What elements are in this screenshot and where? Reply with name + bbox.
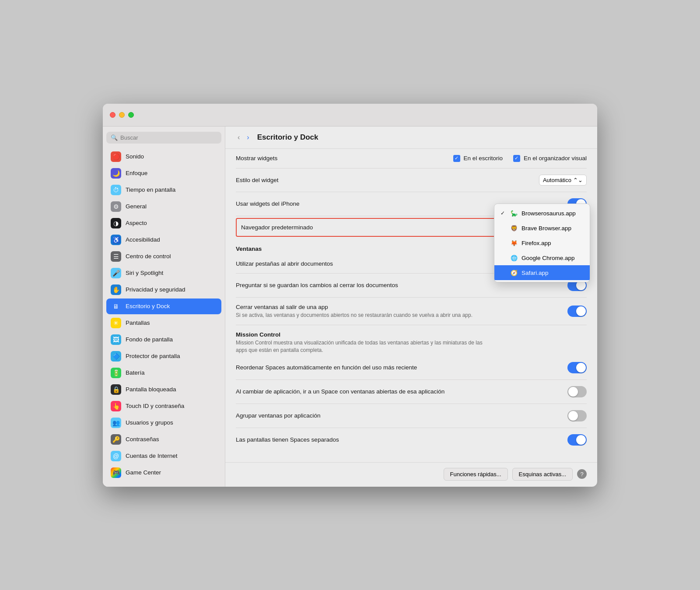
estilo-widget-label: Estilo del widget [236,177,279,183]
en-escritorio-label: En el escritorio [464,155,503,162]
esquinas-activas-button[interactable]: Esquinas activas... [512,468,573,481]
enfoque-icon: 🌙 [111,168,121,179]
browser-safari[interactable]: 🧭 Safari.app [494,265,590,280]
sidebar-label-usuarios: Usuarios y grupos [126,419,173,426]
close-button[interactable] [110,112,116,118]
sidebar-label-touchid: Touch ID y contraseña [126,403,184,409]
sidebar-item-fondo[interactable]: 🖼Fondo de pantalla [106,332,221,348]
browser-chrome[interactable]: 🌐 Google Chrome.app [494,250,590,265]
pantallas-spaces-row: Las pantallas tienen Spaces separados [236,428,587,452]
cerrar-ventanas-sub: Si se activa, las ventanas y documentos … [236,312,490,319]
minimize-button[interactable] [119,112,125,118]
browser-brave[interactable]: 🦁 Brave Browser.app [494,221,590,235]
browserosaurus-icon: 🦕 [510,209,518,217]
fondo-icon: 🖼 [111,334,121,345]
sidebar-item-touchid[interactable]: 👆Touch ID y contraseña [106,398,221,414]
cerrar-ventanas-toggle[interactable] [567,306,587,317]
help-button[interactable]: ? [577,469,587,479]
search-icon: 🔍 [111,134,118,141]
usuarios-icon: 👥 [111,418,121,428]
sidebar-item-escritorio[interactable]: 🖥Escritorio y Dock [106,299,221,314]
sidebar-label-tiempo: Tiempo en pantalla [126,186,175,193]
sidebar-label-gamecenter: Game Center [126,469,161,476]
sidebar-item-privacidad[interactable]: ✋Privacidad y seguridad [106,282,221,298]
sidebar-item-general[interactable]: ⚙General [106,199,221,214]
sidebar-label-privacidad: Privacidad y seguridad [126,286,186,293]
chrome-label: Google Chrome.app [522,255,575,261]
pantallas-spaces-toggle[interactable] [567,434,587,446]
sidebar-label-pantallas: Pantallas [126,320,150,326]
browser-browserosaurus[interactable]: ✓ 🦕 Browserosaurus.app [494,206,590,221]
sidebar-label-protector: Protector de pantalla [126,353,180,359]
sidebar-item-siri[interactable]: 🎤Siri y Spotlight [106,265,221,281]
navegador-predeterminado-row: Navegador predeterminado ✓ 🦕 Browserosau… [236,218,587,237]
sidebar-label-accesibilidad: Accesibilidad [126,236,160,243]
sidebar-item-contrasenas[interactable]: 🔑Contraseñas [106,432,221,447]
contrasenas-icon: 🔑 [111,434,121,445]
sidebar-label-sonido: Sonido [126,153,144,160]
sidebar-item-cuentas[interactable]: @Cuentas de Internet [106,448,221,464]
agrupar-ventanas-toggle[interactable] [567,410,587,421]
sidebar-label-centro: Centro de control [126,253,171,260]
preguntar-guardar-label: Preguntar si se guardan los cambios al c… [236,282,398,288]
sidebar-item-centro[interactable]: ☰Centro de control [106,249,221,264]
main-header: ‹ › Escritorio y Dock [225,126,597,149]
sidebar-label-enfoque: Enfoque [126,170,147,176]
en-organizador-checkbox[interactable]: ✓ [513,155,520,162]
sidebar-item-gamecenter[interactable]: 🎮Game Center [106,465,221,481]
navegador-predeterminado-label: Navegador predeterminado [241,224,313,231]
sidebar-items: 🔴Sonido🌙Enfoque⏱Tiempo en pantalla⚙Gener… [106,149,221,481]
sidebar-label-pantblq: Pantalla bloqueada [126,386,176,393]
browser-firefox[interactable]: 🦊 Firefox.app [494,235,590,250]
search-bar[interactable]: 🔍 [106,132,221,144]
sidebar-item-protector[interactable]: 🔷Protector de pantalla [106,348,221,364]
reordenar-spaces-toggle[interactable] [567,362,587,373]
mostrar-widgets-label: Mostrar widgets [236,155,277,162]
bateria-icon: 🔋 [111,368,121,378]
general-icon: ⚙ [111,201,121,212]
maximize-button[interactable] [128,112,134,118]
sidebar-label-escritorio: Escritorio y Dock [126,303,170,309]
sidebar-item-pantallas[interactable]: ✳Pantallas [106,315,221,331]
sidebar-item-aspecto[interactable]: ◑Aspecto [106,215,221,231]
back-button[interactable]: ‹ [236,133,242,142]
pantallas-icon: ✳ [111,318,121,328]
browser-dropdown: ✓ 🦕 Browserosaurus.app 🦁 Brave Browser.a… [494,204,590,282]
en-escritorio-checkbox[interactable]: ✓ [453,155,460,162]
sidebar-item-enfoque[interactable]: 🌙Enfoque [106,165,221,181]
sidebar-item-sonido[interactable]: 🔴Sonido [106,149,221,165]
content-area: 🔍 🔴Sonido🌙Enfoque⏱Tiempo en pantalla⚙Gen… [103,126,597,487]
sidebar-item-bateria[interactable]: 🔋Batería [106,365,221,381]
main-panel: ‹ › Escritorio y Dock Mostrar widgets ✓ … [225,126,597,487]
chrome-icon: 🌐 [510,254,518,262]
usar-widgets-label: Usar widgets del iPhone [236,200,300,207]
search-input[interactable] [120,134,217,141]
pantallas-spaces-label: Las pantallas tienen Spaces separados [236,436,339,443]
sidebar-item-accesibilidad[interactable]: ♿Accesibilidad [106,232,221,248]
cerrar-ventanas-left: Cerrar ventanas al salir de una app Si s… [236,304,567,319]
mission-control-section: Mission Control Mission Control muestra … [236,325,587,356]
forward-button[interactable]: › [245,133,251,142]
sidebar-item-pantblq[interactable]: 🔒Pantalla bloqueada [106,382,221,397]
sidebar: 🔍 🔴Sonido🌙Enfoque⏱Tiempo en pantalla⚙Gen… [103,126,225,487]
cuentas-icon: @ [111,451,121,461]
escritorio-icon: 🖥 [111,301,121,312]
estilo-widget-select[interactable]: Automático ⌃⌄ [539,175,587,186]
agrupar-ventanas-row: Agrupar ventanas por aplicación [236,404,587,428]
safari-icon: 🧭 [510,269,518,277]
funciones-rapidas-button[interactable]: Funciones rápidas... [444,468,508,481]
sidebar-item-usuarios[interactable]: 👥Usuarios y grupos [106,415,221,431]
en-organizador-label: En el organizador visual [524,155,587,162]
cambiar-aplicacion-toggle[interactable] [567,386,587,397]
toggle-knob6 [568,411,578,421]
reordenar-spaces-label: Reordenar Spaces automáticamente en func… [236,364,417,371]
centro-icon: ☰ [111,251,121,262]
titlebar [103,104,597,126]
sidebar-item-tiempo[interactable]: ⏱Tiempo en pantalla [106,182,221,198]
sidebar-label-aspecto: Aspecto [126,220,147,226]
safari-label: Safari.app [522,270,549,276]
accesibilidad-icon: ♿ [111,235,121,245]
main-window: 🔍 🔴Sonido🌙Enfoque⏱Tiempo en pantalla⚙Gen… [103,104,597,487]
mission-control-sub: Mission Control muestra una visualizació… [236,339,490,354]
aspecto-icon: ◑ [111,218,121,228]
